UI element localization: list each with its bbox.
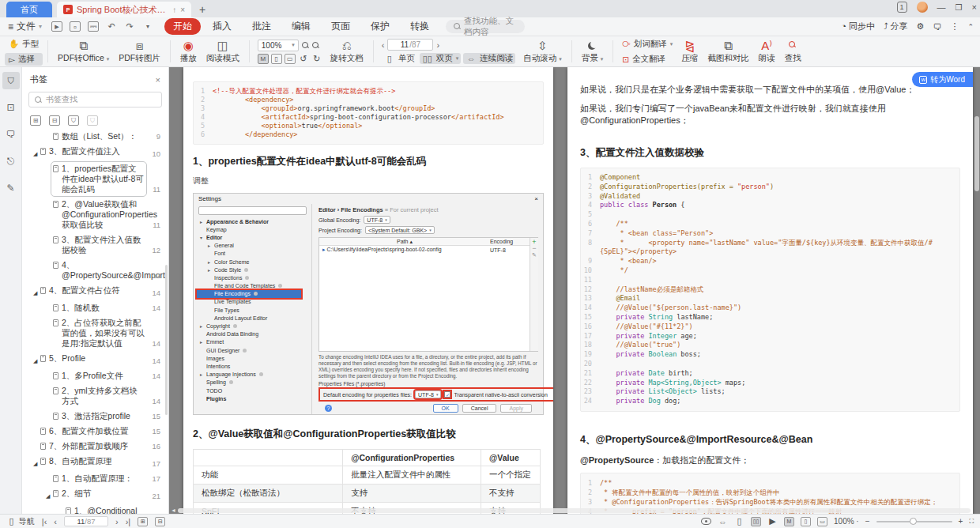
status-page-input[interactable]: 11/87: [64, 516, 108, 526]
horizontal-scrollbar[interactable]: ◄: [171, 507, 972, 513]
pdf-to-office-button[interactable]: ⧉ PDF转Office ▾: [53, 38, 114, 65]
attachments-panel-icon[interactable]: ⎋: [2, 153, 20, 170]
screenshot-compare-button[interactable]: ⧉ 截图和对比: [703, 38, 754, 65]
new-tab-button[interactable]: +: [199, 2, 205, 17]
bookmark-item[interactable]: ◢3、配置文件值注入10: [22, 144, 165, 161]
convert-to-word-button[interactable]: W 转为Word: [912, 72, 973, 87]
file-menu[interactable]: ≡ 文件 ▾: [8, 20, 42, 33]
zoom-out-icon[interactable]: [302, 42, 309, 49]
compress-button[interactable]: ⧎ 压缩: [677, 38, 703, 65]
horizontal-scrollbar-thumb[interactable]: [178, 508, 971, 513]
sync-status[interactable]: ◔ 同步中: [841, 21, 875, 32]
more-menu-icon[interactable]: ⋮: [950, 21, 959, 32]
bookmark-item[interactable]: 3、配置文件注入值数据校验12: [22, 232, 165, 258]
tab-close-icon[interactable]: ×: [180, 6, 185, 14]
expand-arrow-icon[interactable]: ◢: [33, 149, 40, 159]
expand-all-icon[interactable]: ⊞: [30, 115, 41, 126]
word-translate-button[interactable]: ⧂划词翻译▾: [618, 38, 677, 51]
bookmark-item[interactable]: 1、自动配置原理：17: [22, 471, 165, 486]
zoom-in-icon[interactable]: [312, 42, 319, 49]
bookmark-item[interactable]: 3、激活指定profile15: [22, 409, 165, 424]
page-number-input[interactable]: 11/87: [387, 39, 433, 51]
expand-arrow-icon[interactable]: ◢: [33, 356, 40, 366]
maximize-button[interactable]: ❐: [956, 3, 963, 12]
bookmark-item[interactable]: ◢8、自动配置原理17: [22, 454, 165, 471]
bookmark-item[interactable]: 2、@Value获取值和@ConfigurationProperties获取值比…: [22, 197, 165, 232]
document-tab[interactable]: P Spring Boot核心技术笔记.pdf ↑ ×: [57, 2, 191, 17]
tab-page[interactable]: 页面: [322, 18, 359, 35]
bookmark-item[interactable]: 1、多Profile文件14: [22, 368, 165, 383]
command-search-box[interactable]: 查找功能、文档内容: [446, 20, 525, 33]
comments-panel-icon[interactable]: 🗨: [2, 126, 20, 143]
undo-icon[interactable]: ↶: [106, 21, 117, 32]
account-badge[interactable]: 1: [897, 2, 907, 13]
bookmark-item[interactable]: 6、配置文件加载位置15: [22, 424, 165, 439]
add-bookmark-icon[interactable]: ⛉: [68, 115, 79, 126]
save-icon[interactable]: ▫: [70, 21, 81, 32]
bookmark-item[interactable]: ◢5、Profile14: [22, 351, 165, 368]
fullscreen-icon[interactable]: ⛶: [969, 518, 974, 526]
next-page-status-icon[interactable]: ›: [115, 517, 119, 526]
pdf-to-image-button[interactable]: ⧈ PDF转图片: [114, 38, 165, 65]
bookmark-search-input[interactable]: 书签查找: [28, 92, 162, 107]
print-icon[interactable]: ⎓: [88, 21, 99, 32]
double-page-button[interactable]: ▯▯双页▾: [420, 53, 462, 64]
redo-icon[interactable]: ↷: [124, 21, 135, 32]
zoom-in-button[interactable]: +: [959, 517, 963, 526]
tab-annotate[interactable]: 批注: [243, 18, 280, 35]
full-translate-button[interactable]: ⊡全文翻译: [618, 53, 677, 66]
prev-page-status-icon[interactable]: ‹: [54, 517, 57, 526]
actual-size-status-icon[interactable]: ▯: [801, 517, 811, 526]
next-page-icon[interactable]: ›: [436, 40, 439, 50]
stamp-panel-icon[interactable]: ✎: [2, 179, 20, 197]
zoom-level-select[interactable]: 100%▾: [258, 40, 299, 51]
settings-gear-icon[interactable]: ⚙: [917, 21, 925, 32]
bookmark-item[interactable]: 1、@Conditional派生注解（Spring注解版原生的@Conditio…: [22, 503, 165, 514]
continuous-read-button[interactable]: ⇔连续阅读: [463, 53, 515, 64]
fit-window-icon[interactable]: M: [258, 54, 269, 64]
fit-width-status-icon[interactable]: ▭: [817, 517, 827, 526]
eye-protection-icon[interactable]: [701, 518, 711, 525]
single-page-view-icon[interactable]: ▯: [734, 517, 744, 526]
status-zoom-value[interactable]: 100% ·: [834, 517, 859, 526]
actual-size-icon[interactable]: ▯: [271, 54, 282, 64]
bookmark-item[interactable]: 7、外部配置加载顺序16: [22, 439, 165, 454]
user-avatar[interactable]: [917, 2, 928, 13]
auto-scroll-button[interactable]: ⇳ 自动滚动 ▾: [518, 38, 566, 65]
tab-start[interactable]: 开始: [164, 18, 201, 35]
vertical-scrollbar[interactable]: [974, 67, 979, 514]
rotate-right-icon[interactable]: ↻: [311, 54, 322, 64]
single-page-button[interactable]: ▯单页: [382, 53, 417, 64]
bookmark-item[interactable]: 1、随机数14: [22, 300, 165, 315]
vertical-scrollbar-thumb[interactable]: [974, 116, 979, 191]
tab-insert[interactable]: 插入: [204, 18, 240, 35]
scroll-left-arrow[interactable]: ◄: [171, 507, 176, 513]
panel-scrollbar[interactable]: [165, 265, 168, 415]
panel-close-icon[interactable]: ×: [156, 75, 160, 85]
collapse-all-icon[interactable]: ⊟: [49, 115, 60, 126]
double-page-view-icon[interactable]: ▯▯: [751, 517, 761, 526]
insert-page-icon[interactable]: ⊞: [138, 517, 148, 526]
read-mode-button[interactable]: ◫ 阅读模式: [202, 38, 244, 65]
zoom-out-button[interactable]: −: [865, 517, 870, 526]
tab-protect[interactable]: 保护: [362, 18, 398, 35]
minimize-button[interactable]: —: [937, 2, 946, 12]
expand-arrow-icon[interactable]: ◢: [46, 491, 53, 501]
find-button[interactable]: 查找: [780, 38, 806, 65]
first-page-icon[interactable]: |‹: [42, 517, 47, 526]
tab-edit[interactable]: 编辑: [283, 18, 319, 35]
tab-up-icon[interactable]: ↑: [172, 6, 176, 14]
navigation-toggle[interactable]: ▯ 导航: [6, 516, 35, 527]
remove-page-icon[interactable]: ⊟: [155, 517, 165, 526]
fit-width-icon[interactable]: ▭: [285, 54, 296, 64]
bookmark-item[interactable]: 2、占位符获取之前配置的值，如果没有可以是用:指定默认值14: [22, 315, 165, 351]
play-view-icon[interactable]: ▶: [767, 517, 778, 526]
continuous-view-icon[interactable]: ⇔: [718, 517, 728, 526]
collapse-ribbon-icon[interactable]: ⌃: [967, 23, 974, 31]
tab-convert[interactable]: 转换: [401, 18, 438, 35]
bookmark-item[interactable]: ◢2、细节21: [22, 486, 165, 503]
bookmark-item[interactable]: 1、properties配置文件在idea中默认utf-8可能会乱码11: [22, 161, 165, 197]
expand-arrow-icon[interactable]: ◢: [33, 458, 40, 469]
feedback-icon[interactable]: 🗨: [933, 22, 941, 32]
bookmark-item[interactable]: 4、@PropertySource&@ImportResource&@Bean1…: [22, 258, 165, 283]
